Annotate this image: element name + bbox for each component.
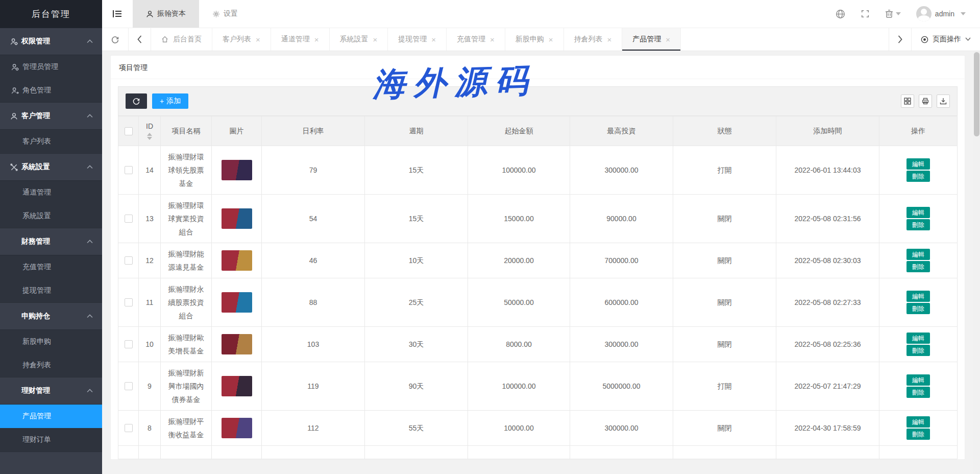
print-icon[interactable] <box>919 94 932 108</box>
edit-button[interactable]: 編輯 <box>906 249 930 260</box>
close-tab-icon[interactable]: × <box>549 36 553 43</box>
close-tab-icon[interactable]: × <box>256 36 260 43</box>
delete-button[interactable]: 刪除 <box>906 303 930 314</box>
close-tab-icon[interactable]: × <box>314 36 319 43</box>
sidebar-item[interactable]: 角色管理 <box>0 79 102 102</box>
sidebar-item[interactable]: 持倉列表 <box>0 353 102 377</box>
sidebar-section-header[interactable]: 系統設置 <box>0 154 102 180</box>
row-checkbox[interactable] <box>125 166 133 174</box>
cell-actions: 編輯刪除 <box>879 146 958 195</box>
tabs-scroll-left-icon[interactable] <box>129 28 151 51</box>
sidebar-section-header[interactable]: 申购持仓 <box>0 303 102 329</box>
edit-button[interactable]: 編輯 <box>906 291 930 302</box>
columns-icon[interactable] <box>901 94 914 108</box>
sidebar-item[interactable]: 产品管理 <box>0 405 102 428</box>
sort-icon[interactable] <box>141 133 158 140</box>
edit-button[interactable]: 編輯 <box>906 207 930 218</box>
project-thumbnail <box>222 160 252 180</box>
topbar-right: admin <box>836 0 980 28</box>
username: admin <box>935 10 954 18</box>
delete-button[interactable]: 刪除 <box>906 345 930 356</box>
sidebar-item[interactable]: 通道管理 <box>0 181 102 204</box>
cell-added-time: 2022-05-08 02:31:56 <box>776 195 879 243</box>
row-checkbox[interactable] <box>125 215 133 223</box>
page-tab[interactable]: 通道管理× <box>271 28 330 51</box>
scrollbar-thumb[interactable] <box>974 52 979 136</box>
delete-button[interactable]: 刪除 <box>906 429 930 440</box>
page-operations-dropdown[interactable]: 页面操作 <box>911 28 980 51</box>
sidebar-item[interactable]: 客户列表 <box>0 130 102 153</box>
close-tab-icon[interactable]: × <box>607 36 612 43</box>
page-tab[interactable]: 新股申购× <box>505 28 564 51</box>
page-tab[interactable]: 客户列表× <box>212 28 271 51</box>
close-tab-icon[interactable]: × <box>490 36 495 43</box>
delete-button[interactable]: 刪除 <box>906 387 930 398</box>
column-status: 狀態 <box>673 116 776 146</box>
admin-app: 后台管理 权限管理管理员管理角色管理客户管理客户列表系統設置通道管理系統設置財務… <box>0 0 980 474</box>
sidebar-section-label: 理财管理 <box>21 386 87 395</box>
add-button-label: 添加 <box>166 97 181 106</box>
workspace-tab[interactable]: 设置 <box>199 0 251 28</box>
sidebar-section-header[interactable]: 理财管理 <box>0 377 102 404</box>
cell-period: 90天 <box>365 362 468 411</box>
user-gear-icon <box>11 63 22 71</box>
page-tab[interactable]: 持倉列表× <box>564 28 623 51</box>
sidebar-item[interactable]: 理财订单 <box>0 428 102 452</box>
refresh-tabs-icon[interactable] <box>102 28 129 51</box>
delete-button[interactable]: 刪除 <box>906 261 930 272</box>
row-checkbox[interactable] <box>125 424 133 432</box>
add-button[interactable]: + 添加 <box>152 93 188 109</box>
fullscreen-icon[interactable] <box>861 9 870 18</box>
delete-button[interactable]: 刪除 <box>906 171 930 182</box>
user-menu[interactable]: admin <box>916 6 966 21</box>
sidebar-section-header[interactable]: 客户管理 <box>0 103 102 129</box>
refresh-button[interactable] <box>126 93 147 109</box>
globe-icon[interactable] <box>836 9 845 19</box>
row-checkbox[interactable] <box>125 256 133 265</box>
cell-image <box>212 327 262 362</box>
chevron-up-icon <box>87 114 93 118</box>
cell-max-invest: 700000.00 <box>570 243 673 278</box>
collapse-sidebar-icon[interactable] <box>102 0 133 28</box>
edit-button[interactable]: 編輯 <box>906 333 930 344</box>
edit-button[interactable]: 編輯 <box>906 416 930 428</box>
sidebar-item[interactable]: 管理员管理 <box>0 55 102 79</box>
workspace-tab[interactable]: 振翰资本 <box>133 0 199 28</box>
cell-name: 振瀚理財新興市場國內債券基金 <box>161 362 212 411</box>
page-tab[interactable]: 充值管理× <box>447 28 505 51</box>
sidebar-item[interactable]: 提现管理 <box>0 279 102 302</box>
cell-period: 15天 <box>365 146 468 195</box>
table-row: 14振瀚理財環球領先股票基金7915天100000.00300000.00打開2… <box>118 146 958 195</box>
page-tab[interactable]: 产品管理× <box>622 28 681 51</box>
sidebar-section-header[interactable]: 权限管理 <box>0 28 102 55</box>
page-tab[interactable]: 提现管理× <box>388 28 447 51</box>
row-checkbox[interactable] <box>125 298 133 306</box>
tabs-scroll-right-icon[interactable] <box>889 28 911 51</box>
edit-button[interactable]: 編輯 <box>906 374 930 386</box>
sidebar-item[interactable]: 系統設置 <box>0 204 102 228</box>
sidebar-item[interactable]: 新股申购 <box>0 330 102 353</box>
workspace-tabs: 振翰资本设置 <box>133 0 251 28</box>
column-id[interactable]: ID <box>139 116 161 146</box>
close-tab-icon[interactable]: × <box>431 36 436 43</box>
page-tab[interactable]: 系統設置× <box>330 28 388 51</box>
cell-actions: 編輯刪除 <box>879 327 958 362</box>
row-checkbox[interactable] <box>125 382 133 390</box>
trash-icon[interactable] <box>885 9 901 18</box>
page-tab-label: 后台首页 <box>173 35 202 44</box>
export-icon[interactable] <box>937 94 950 108</box>
select-all-checkbox[interactable] <box>125 127 133 135</box>
delete-button[interactable]: 刪除 <box>906 219 930 230</box>
row-checkbox[interactable] <box>125 340 133 348</box>
page-tabs: 后台首页客户列表×通道管理×系統設置×提现管理×充值管理×新股申购×持倉列表×产… <box>151 28 889 51</box>
close-tab-icon[interactable]: × <box>666 36 670 43</box>
table-header-row: ID项目名稱圖片日利率週期起始金額最高投資狀態添加時間操作 <box>118 116 958 146</box>
sidebar-section: 客户管理客户列表 <box>0 103 102 154</box>
table-toolbar: + 添加 <box>118 86 958 116</box>
sidebar-section-header[interactable]: 財務管理 <box>0 228 102 255</box>
gear-icon <box>212 10 220 18</box>
close-tab-icon[interactable]: × <box>373 36 378 43</box>
page-tab[interactable]: 后台首页 <box>151 28 212 51</box>
sidebar-item[interactable]: 充值管理 <box>0 255 102 279</box>
edit-button[interactable]: 編輯 <box>906 158 930 170</box>
